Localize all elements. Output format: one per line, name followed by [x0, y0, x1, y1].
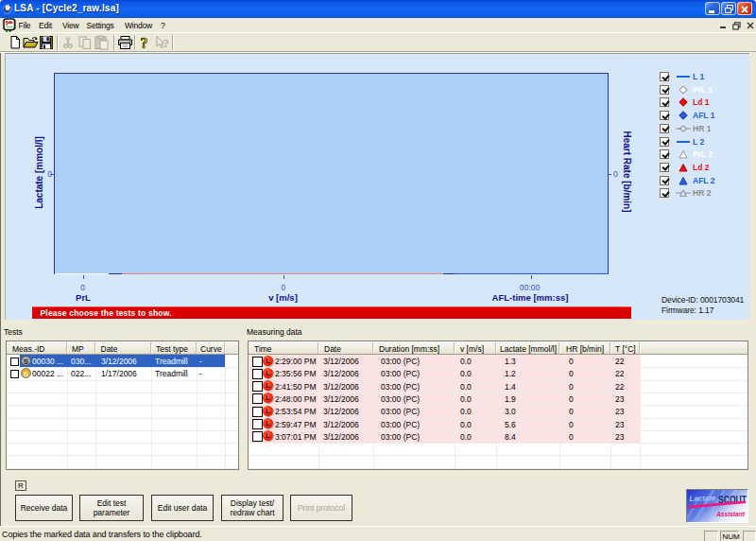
svg-text:?: ? [163, 36, 170, 50]
svg-text:Assistant: Assistant [715, 510, 745, 518]
svg-text:?: ? [141, 35, 148, 50]
svg-text:Lactate: Lactate [689, 494, 716, 503]
